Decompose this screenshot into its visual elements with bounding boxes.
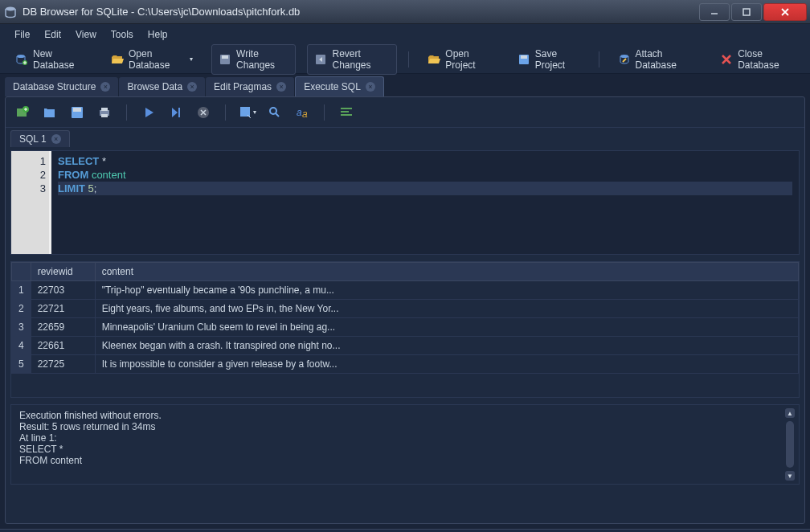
- svg-rect-17: [178, 108, 180, 117]
- svg-rect-24: [341, 111, 349, 113]
- cell-content[interactable]: Minneapolis' Uranium Club seem to revel …: [95, 318, 798, 337]
- table-row[interactable]: 222721Eight years, five albums, and two …: [12, 300, 799, 318]
- keyword: FROM: [58, 169, 88, 181]
- open-project-label: Open Project: [445, 48, 492, 71]
- column-header-reviewid[interactable]: reviewid: [31, 263, 95, 281]
- menu-tools[interactable]: Tools: [104, 26, 140, 43]
- svg-rect-6: [222, 55, 228, 59]
- save-project-icon: [518, 53, 530, 66]
- line-gutter: 1 2 3: [11, 151, 51, 254]
- table-row[interactable]: 322659Minneapolis' Uranium Club seem to …: [12, 318, 799, 337]
- svg-point-10: [620, 55, 628, 58]
- column-header-content[interactable]: content: [95, 263, 798, 281]
- table-row[interactable]: 522725It is impossible to consider a giv…: [12, 355, 799, 374]
- open-database-label: Open Database: [129, 48, 183, 71]
- svg-rect-19: [240, 107, 250, 117]
- menu-edit[interactable]: Edit: [38, 26, 68, 43]
- attach-database-button[interactable]: Attach Database: [611, 44, 702, 75]
- close-database-button[interactable]: Close Database: [713, 44, 802, 75]
- open-file-button[interactable]: [41, 104, 59, 121]
- line-number: 2: [11, 168, 46, 182]
- close-icon[interactable]: ×: [187, 82, 197, 92]
- titlebar: DB Browser for SQLite - C:\Users\jc\Down…: [0, 0, 810, 24]
- keyword: LIMIT: [58, 182, 85, 194]
- tab-edit-pragmas[interactable]: Edit Pragmas×: [206, 77, 294, 96]
- log-line: Result: 5 rows returned in 34ms: [19, 421, 791, 432]
- scrollbar[interactable]: ▲ ▼: [784, 408, 796, 481]
- close-button[interactable]: [763, 3, 807, 21]
- find-button[interactable]: [266, 104, 284, 121]
- statusbar: UTF-8: [0, 529, 810, 532]
- execute-sql-panel: ▾ aa SQL 1× 1 2 3 SELECT * FROM content …: [5, 96, 805, 524]
- execute-line-button[interactable]: [167, 104, 185, 121]
- toolbar-separator: [599, 51, 599, 68]
- cell-content[interactable]: Eight years, five albums, and two EPs in…: [95, 300, 798, 318]
- operator: *: [99, 155, 106, 167]
- menubar: File Edit View Tools Help: [0, 24, 810, 45]
- log-line: Execution finished without errors.: [19, 410, 791, 421]
- cell-reviewid[interactable]: 22725: [31, 355, 95, 374]
- app-icon: [3, 5, 18, 19]
- svg-point-20: [270, 108, 276, 114]
- main-tabs: Database Structure× Browse Data× Edit Pr…: [0, 74, 810, 96]
- save-file-button[interactable]: [68, 104, 86, 121]
- new-database-label: New Database: [33, 48, 85, 71]
- tab-sql-1[interactable]: SQL 1×: [10, 130, 70, 147]
- save-results-button[interactable]: ▾: [239, 104, 256, 121]
- cell-reviewid[interactable]: 22703: [31, 281, 95, 300]
- row-number: 3: [12, 318, 31, 337]
- open-project-button[interactable]: Open Project: [420, 44, 499, 75]
- menu-file[interactable]: File: [8, 26, 36, 43]
- write-changes-label: Write Changes: [236, 48, 288, 71]
- scroll-thumb[interactable]: [786, 421, 794, 468]
- cell-reviewid[interactable]: 22659: [31, 318, 95, 337]
- revert-changes-button[interactable]: Revert Changes: [307, 44, 397, 75]
- log-line: FROM content: [19, 455, 791, 466]
- sql-editor[interactable]: 1 2 3 SELECT * FROM content LIMIT 5;: [10, 150, 800, 255]
- row-number: 4: [12, 337, 31, 355]
- close-icon[interactable]: ×: [366, 82, 375, 92]
- close-icon[interactable]: ×: [51, 134, 61, 144]
- svg-point-3: [17, 55, 25, 58]
- write-changes-button[interactable]: Write Changes: [211, 44, 296, 75]
- row-number: 5: [12, 355, 31, 374]
- tab-database-structure[interactable]: Database Structure×: [5, 77, 118, 96]
- tab-execute-sql[interactable]: Execute SQL×: [295, 76, 384, 96]
- execute-button[interactable]: [140, 104, 158, 121]
- find-replace-button[interactable]: aa: [293, 104, 311, 121]
- menu-view[interactable]: View: [69, 26, 103, 43]
- chevron-down-icon: ▾: [190, 55, 193, 63]
- cell-reviewid[interactable]: 22721: [31, 300, 95, 318]
- attach-database-label: Attach Database: [636, 48, 695, 71]
- open-database-button[interactable]: Open Database ▾: [104, 44, 200, 75]
- stop-button[interactable]: [194, 104, 212, 121]
- menu-help[interactable]: Help: [141, 26, 174, 43]
- keyword: SELECT: [58, 155, 99, 167]
- close-icon[interactable]: ×: [100, 82, 110, 92]
- cell-content[interactable]: Kleenex began with a crash. It transpire…: [95, 337, 798, 355]
- cell-content[interactable]: "Trip-hop" eventually became a '90s punc…: [95, 281, 798, 300]
- cell-content[interactable]: It is impossible to consider a given rel…: [95, 355, 798, 374]
- code-area[interactable]: SELECT * FROM content LIMIT 5;: [51, 151, 799, 254]
- new-database-button[interactable]: New Database: [8, 44, 92, 75]
- sql-toolbar: ▾ aa: [6, 97, 804, 128]
- cell-reviewid[interactable]: 22661: [31, 337, 95, 355]
- table-row[interactable]: 122703"Trip-hop" eventually became a '90…: [12, 281, 799, 300]
- minimize-button[interactable]: [699, 3, 730, 21]
- save-project-button[interactable]: Save Project: [510, 44, 587, 75]
- tab-label: Edit Pragmas: [214, 81, 272, 92]
- svg-rect-9: [521, 55, 527, 59]
- beautify-button[interactable]: [338, 104, 355, 121]
- close-icon[interactable]: ×: [276, 82, 286, 92]
- scroll-down-icon[interactable]: ▼: [785, 471, 795, 481]
- svg-rect-13: [73, 108, 81, 112]
- scroll-up-icon[interactable]: ▲: [785, 408, 795, 418]
- tab-browse-data[interactable]: Browse Data×: [119, 77, 205, 96]
- column-header-rownum[interactable]: [12, 263, 31, 281]
- table-row[interactable]: 422661Kleenex began with a crash. It tra…: [12, 337, 799, 355]
- new-tab-button[interactable]: [14, 104, 31, 121]
- toolbar-separator: [225, 104, 226, 121]
- print-button[interactable]: [96, 104, 113, 121]
- maximize-button[interactable]: [731, 3, 762, 21]
- sql-tabs: SQL 1×: [6, 128, 804, 147]
